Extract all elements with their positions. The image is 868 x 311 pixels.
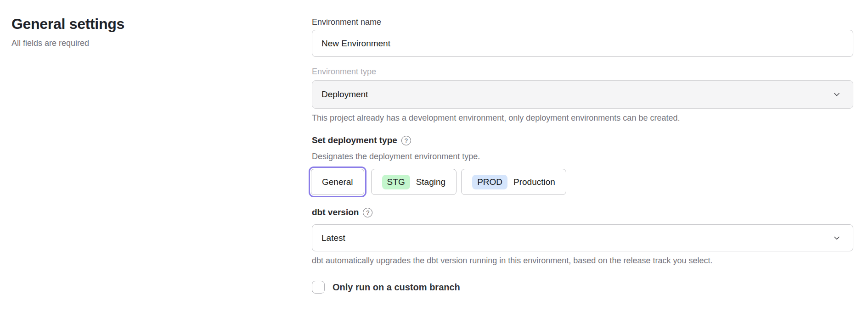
general-settings-page: General settings All fields are required… [0,0,868,311]
chevron-down-icon [833,234,841,242]
page-subtitle: All fields are required [11,39,287,48]
production-option-label: Production [513,177,555,187]
dbt-version-section-label: dbt version ? [312,207,372,217]
deployment-type-staging-button[interactable]: STG Staging [371,169,457,195]
selected-option-ring: General [309,167,366,197]
custom-branch-label: Only run on a custom branch [333,282,460,293]
deployment-type-options: General STG Staging PROD Production [312,167,566,197]
custom-branch-checkbox[interactable] [312,281,325,294]
environment-type-label: Environment type [312,67,376,77]
dbt-version-label-text: dbt version [312,207,359,217]
environment-name-input[interactable] [312,30,853,57]
environment-form: Environment name Environment type Deploy… [312,0,853,311]
staging-option-label: Staging [416,177,445,187]
deployment-type-label-text: Set deployment type [312,135,397,145]
settings-header: General settings All fields are required [11,16,287,48]
environment-type-select: Deployment [312,80,853,109]
deployment-type-section-label: Set deployment type ? [312,135,411,145]
page-title: General settings [11,16,287,33]
deployment-type-description: Designates the deployment environment ty… [312,152,480,161]
prod-badge: PROD [472,175,507,189]
help-icon[interactable]: ? [401,136,411,145]
help-icon[interactable]: ? [363,208,372,217]
chevron-down-icon [833,90,841,99]
environment-type-value: Deployment [321,89,368,100]
deployment-type-general-button[interactable]: General [311,169,364,195]
dbt-version-value: Latest [321,233,345,243]
dbt-version-select[interactable]: Latest [312,224,853,251]
custom-branch-row: Only run on a custom branch [312,281,460,294]
stg-badge: STG [382,175,410,189]
dbt-version-help-text: dbt automatically upgrades the dbt versi… [312,256,713,266]
environment-type-help-text: This project already has a development e… [312,113,680,123]
environment-name-label: Environment name [312,17,381,27]
general-option-label: General [322,177,353,187]
deployment-type-production-button[interactable]: PROD Production [461,169,566,195]
